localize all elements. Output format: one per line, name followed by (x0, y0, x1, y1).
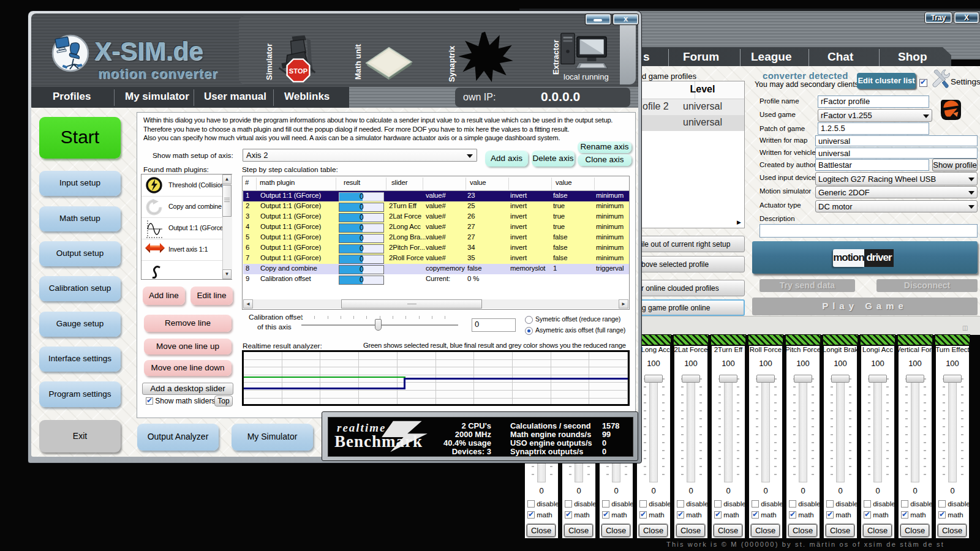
svg-text:STOP: STOP (289, 67, 308, 75)
